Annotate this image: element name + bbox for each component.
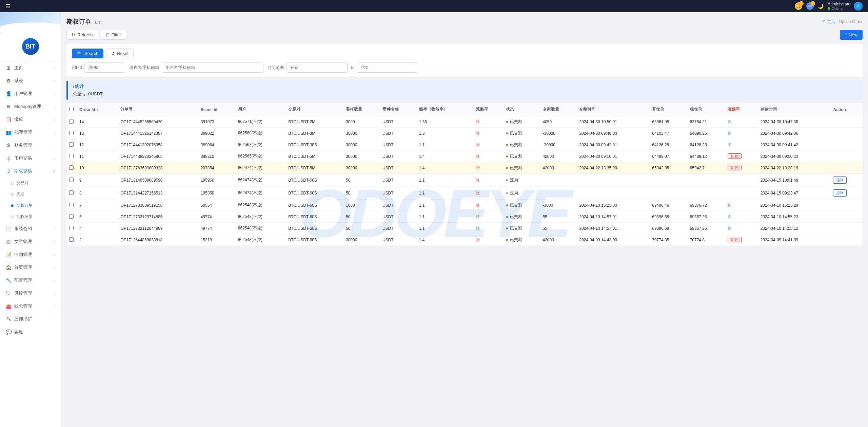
sidebar-item-home[interactable]: ⊞ 主页 › bbox=[0, 61, 61, 74]
sidebar-item-wallet[interactable]: 👛 钱包管理 › bbox=[0, 300, 61, 313]
sidebar-label-config: 配置管理 bbox=[14, 277, 32, 283]
time-to-input[interactable] bbox=[357, 62, 418, 73]
sidebar-item-orders[interactable]: 📋 报单 › bbox=[0, 113, 61, 126]
sidebar-item-moonpay[interactable]: 🖥 Moonpay管理 › bbox=[0, 100, 61, 113]
menu-toggle-icon[interactable]: ☰ bbox=[5, 3, 10, 10]
sidebar-item-option-order[interactable]: 期权订单 bbox=[11, 200, 61, 211]
refresh-button[interactable]: ↻ Refresh bbox=[66, 30, 98, 40]
action-button[interactable]: 控制 bbox=[833, 189, 847, 197]
time-label: 时间范围 bbox=[268, 65, 284, 71]
row-checkbox[interactable] bbox=[69, 237, 74, 242]
sidebar-item-complaint[interactable]: 💬 客服 bbox=[0, 326, 61, 338]
home-icon: ⊞ bbox=[5, 65, 12, 71]
breadcrumb-home[interactable]: 主页 bbox=[827, 19, 835, 25]
row-checkbox[interactable] bbox=[69, 142, 74, 147]
search-button[interactable]: 🔍 Search bbox=[72, 49, 103, 58]
th-pair[interactable]: 交易对 bbox=[285, 103, 343, 116]
row-create-time: 2024-04-09 14:41:09 bbox=[758, 234, 831, 246]
sidebar-item-currency[interactable]: ₿ 币币交易 › bbox=[0, 152, 61, 165]
rise-fall2-tag: 跌 bbox=[728, 203, 731, 207]
sidebar-item-perpetual[interactable]: 📄 永续合约 › bbox=[0, 222, 61, 235]
reset-icon: ↺ bbox=[111, 51, 115, 56]
chevron-right-icon: › bbox=[54, 66, 55, 70]
th-scene-id[interactable]: Scene Id bbox=[198, 103, 235, 116]
chevron-right-icon: › bbox=[54, 253, 55, 257]
th-user[interactable]: 用户 bbox=[235, 103, 285, 116]
notification-icon[interactable]: 🔔 1 bbox=[795, 2, 802, 10]
row-action[interactable]: 控制 bbox=[830, 174, 863, 187]
uid-input[interactable] bbox=[84, 62, 125, 73]
sidebar-item-option-scene[interactable]: 期权场景 bbox=[11, 211, 61, 222]
row-checkbox[interactable] bbox=[69, 154, 74, 158]
sidebar-item-finance[interactable]: $ 财务管理 › bbox=[0, 139, 61, 152]
theme-toggle-icon[interactable]: 🌙 bbox=[818, 3, 824, 9]
row-checkbox-cell bbox=[66, 139, 77, 151]
row-pair: BTC/USDT-60S bbox=[285, 223, 343, 234]
user-input[interactable] bbox=[162, 62, 263, 73]
reset-button[interactable]: ↺ Reset bbox=[106, 49, 134, 58]
rise-fall2-tag: 跌 bbox=[728, 226, 731, 230]
message-icon[interactable]: ✉ 0 bbox=[806, 2, 814, 10]
th-currency[interactable]: 币种名称 bbox=[380, 103, 416, 116]
action-button[interactable]: 控制 bbox=[833, 177, 847, 184]
th-trade-time[interactable]: 交割时间 bbox=[576, 103, 649, 116]
row-user: 862571(不控) bbox=[235, 116, 285, 128]
row-checkbox[interactable] bbox=[69, 190, 74, 195]
th-open-price[interactable]: 开盘价 bbox=[649, 103, 687, 116]
row-checkbox-cell bbox=[66, 151, 77, 162]
row-checkbox[interactable] bbox=[69, 119, 74, 124]
sidebar-item-config[interactable]: 🔧 配置管理 › bbox=[0, 274, 61, 287]
complaint-icon: 💬 bbox=[5, 329, 12, 335]
rise-fall-tag: 涨 bbox=[476, 238, 480, 242]
sidebar-item-risk[interactable]: 🛡 风控管理 › bbox=[0, 287, 61, 300]
th-status[interactable]: 状态 bbox=[503, 103, 540, 116]
time-from-input[interactable] bbox=[287, 62, 348, 73]
th-rise-fall2[interactable]: 涨跌平 bbox=[725, 103, 758, 116]
status-indicator bbox=[506, 239, 508, 241]
row-close-price: 63784.21 bbox=[687, 116, 725, 128]
sidebar-item-user[interactable]: 👤 用户管理 › bbox=[0, 87, 61, 100]
sidebar-item-system[interactable]: ⚙ 系统 › bbox=[0, 74, 61, 87]
sidebar-item-article[interactable]: 📰 文章管理 › bbox=[0, 235, 61, 248]
status-indicator bbox=[506, 216, 508, 218]
th-ratio[interactable]: 赔率（收益率） bbox=[416, 103, 474, 116]
row-checkbox[interactable] bbox=[69, 203, 74, 207]
row-open-price: 70774.35 bbox=[649, 234, 687, 246]
row-action[interactable]: 控制 bbox=[830, 187, 863, 200]
sidebar-item-trading-pair[interactable]: 交易对 bbox=[11, 178, 61, 189]
row-rise-fall2: 跌 bbox=[725, 116, 758, 128]
row-checkbox-cell bbox=[66, 128, 77, 139]
sidebar-item-mining[interactable]: ⛏ 质押挖矿 › bbox=[0, 313, 61, 326]
sidebar-item-period[interactable]: 周期 bbox=[11, 189, 61, 200]
chevron-right-icon: › bbox=[54, 79, 55, 83]
row-checkbox[interactable] bbox=[69, 226, 74, 230]
filter-button[interactable]: ⊟ Filter bbox=[101, 30, 126, 40]
select-all-checkbox[interactable] bbox=[69, 107, 74, 111]
row-checkbox[interactable] bbox=[69, 214, 74, 219]
row-checkbox[interactable] bbox=[69, 165, 74, 170]
new-button[interactable]: + New bbox=[840, 30, 863, 40]
row-rise-fall: 涨 bbox=[473, 162, 503, 174]
row-checkbox[interactable] bbox=[69, 131, 74, 135]
th-create-time[interactable]: 创建时间 ↑ bbox=[758, 103, 831, 116]
row-pair: BTC/USDT-5M bbox=[285, 162, 343, 174]
sidebar-item-apply[interactable]: 📝 申购管理 › bbox=[0, 248, 61, 261]
rise-fall-tag: 涨 bbox=[476, 131, 480, 135]
avatar[interactable]: A bbox=[854, 2, 863, 11]
th-amount[interactable]: 委托数量 bbox=[343, 103, 380, 116]
th-rise-fall[interactable]: 涨跌平 bbox=[473, 103, 503, 116]
table-row: 12 OP1714441302076358 389064 862568(不控) … bbox=[66, 139, 863, 151]
sidebar-item-agent[interactable]: 👥 代理管理 › bbox=[0, 126, 61, 139]
row-status: 已交割 bbox=[503, 234, 540, 246]
th-order-id[interactable]: Order Id ↑ bbox=[77, 103, 118, 116]
row-rise-fall: 涨 bbox=[473, 187, 503, 200]
row-checkbox[interactable] bbox=[69, 178, 74, 182]
th-close-price[interactable]: 收盘价 bbox=[687, 103, 725, 116]
article-icon: 📰 bbox=[5, 239, 12, 244]
sidebar-item-options[interactable]: ₿ 期权交易 ∨ bbox=[0, 165, 61, 178]
row-order-id: 5 bbox=[77, 211, 118, 223]
rise-fall-tag: 涨 bbox=[476, 191, 480, 195]
sidebar-item-homepage[interactable]: 🏠 首页管理 › bbox=[0, 261, 61, 274]
th-order-no[interactable]: 订单号 bbox=[118, 103, 198, 116]
th-trade-amount[interactable]: 交割数量 bbox=[540, 103, 577, 116]
